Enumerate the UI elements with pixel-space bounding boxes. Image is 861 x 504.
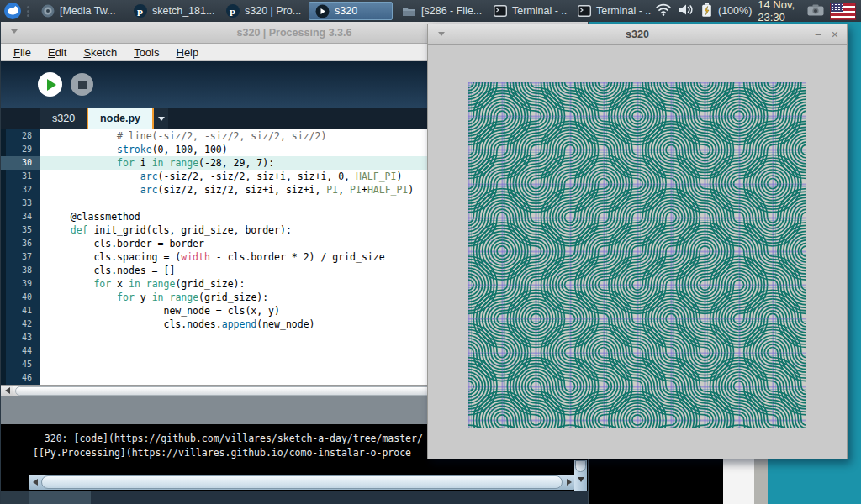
run-button[interactable] bbox=[38, 72, 62, 97]
line-number: 46 bbox=[1, 371, 40, 385]
battery-charging-icon[interactable] bbox=[701, 3, 712, 20]
terminal-icon bbox=[493, 4, 507, 18]
play-icon bbox=[47, 79, 56, 91]
line-number: 32 bbox=[1, 183, 40, 197]
wifi-icon[interactable] bbox=[655, 3, 672, 18]
scroll-left-button[interactable] bbox=[1, 386, 13, 396]
line-number: 40 bbox=[1, 291, 40, 304]
menu-tools[interactable]: Tools bbox=[126, 45, 166, 60]
battery-percentage: (100%) bbox=[718, 5, 752, 17]
line-number: 35 bbox=[1, 223, 40, 237]
arrow-left-icon bbox=[5, 387, 10, 394]
tab-menu-button[interactable] bbox=[154, 108, 168, 129]
background-window-border bbox=[754, 454, 768, 504]
scroll-down-button[interactable] bbox=[574, 472, 587, 487]
task-button-s320-ide[interactable]: p s320 | Pro... bbox=[219, 2, 305, 20]
scroll-left-button[interactable] bbox=[29, 477, 41, 488]
background-window-area bbox=[589, 454, 723, 504]
clock[interactable]: 14 Nov, 23:30 bbox=[758, 0, 801, 24]
task-button-media[interactable]: [Media Tw... bbox=[34, 2, 124, 20]
screen: s320 | Processing 3.3.6 File Edit Sketch… bbox=[0, 0, 861, 504]
play-window-icon bbox=[315, 4, 330, 18]
arrow-right-icon bbox=[567, 479, 572, 486]
line-number: 30 bbox=[1, 156, 40, 170]
panel-grip[interactable] bbox=[25, 6, 31, 17]
minimize-button[interactable]: − bbox=[815, 29, 821, 40]
sketch-output-window: s320 − × bbox=[427, 24, 848, 459]
scroll-right-button[interactable] bbox=[563, 477, 575, 488]
arrow-down-icon bbox=[578, 477, 584, 482]
task-button-file-manager[interactable]: [s286 - File... bbox=[396, 2, 483, 20]
processing-icon: p bbox=[225, 4, 240, 18]
chevron-down-icon bbox=[158, 117, 165, 121]
terminal-icon bbox=[577, 4, 591, 18]
ide-window-title: s320 | Processing 3.3.6 bbox=[237, 27, 352, 39]
sketch-titlebar[interactable]: s320 − × bbox=[428, 24, 847, 45]
processing-icon: p bbox=[133, 4, 147, 18]
console-scrollbar-thumb[interactable] bbox=[41, 475, 563, 489]
keyboard-layout-us-flag[interactable] bbox=[830, 3, 856, 20]
stop-button[interactable] bbox=[71, 73, 93, 96]
window-shade-icon[interactable] bbox=[11, 29, 18, 34]
menu-file[interactable]: File bbox=[6, 45, 39, 60]
line-number: 37 bbox=[1, 250, 40, 264]
tab-s320[interactable]: s320 bbox=[40, 108, 87, 129]
background-window-scrollbar bbox=[723, 454, 754, 504]
line-number: 39 bbox=[1, 277, 40, 291]
folder-icon bbox=[402, 4, 416, 18]
task-button-terminal-2[interactable]: Terminal - ... bbox=[571, 2, 652, 20]
menu-help[interactable]: Help bbox=[168, 45, 206, 60]
menu-edit[interactable]: Edit bbox=[40, 45, 74, 60]
stop-icon bbox=[78, 81, 87, 89]
tab-nodepy[interactable]: node.py bbox=[88, 108, 152, 129]
applications-menu-button[interactable] bbox=[3, 2, 22, 20]
line-number: 41 bbox=[1, 304, 40, 318]
ide-window-bottom-edge bbox=[1, 491, 588, 504]
line-number: 45 bbox=[1, 358, 40, 371]
close-button[interactable]: × bbox=[832, 29, 838, 40]
line-number: 44 bbox=[1, 344, 40, 358]
line-number: 38 bbox=[1, 264, 40, 277]
line-number-gutter: 28293031323334353637383940414243444546 bbox=[1, 129, 40, 385]
media-player-icon bbox=[40, 4, 55, 18]
volume-icon[interactable] bbox=[678, 3, 695, 18]
whisker-menu-icon bbox=[3, 2, 22, 20]
console-horizontal-scrollbar[interactable] bbox=[29, 475, 575, 490]
line-number: 34 bbox=[1, 210, 40, 223]
line-number: 43 bbox=[1, 331, 40, 344]
line-number: 33 bbox=[1, 197, 40, 210]
console-vertical-scrollbar[interactable] bbox=[574, 460, 587, 491]
task-button-s320-sketch[interactable]: s320 bbox=[309, 2, 393, 20]
sketch-canvas bbox=[468, 82, 806, 428]
sketch-window-title: s320 bbox=[626, 29, 649, 40]
task-button-terminal-1[interactable]: Terminal - ... bbox=[487, 2, 568, 20]
taskbar: [Media Tw... p sketch_181... p s320 | Pr… bbox=[0, 0, 861, 22]
line-number: 36 bbox=[1, 237, 40, 250]
task-button-sketch181[interactable]: p sketch_181... bbox=[127, 2, 216, 20]
line-number: 31 bbox=[1, 170, 40, 183]
screenshot-camera-icon[interactable] bbox=[807, 4, 824, 18]
window-shade-icon[interactable] bbox=[438, 32, 445, 36]
line-number: 29 bbox=[1, 143, 40, 156]
menu-sketch[interactable]: Sketch bbox=[76, 45, 124, 60]
line-number: 28 bbox=[1, 129, 40, 143]
console-vscrollbar-thumb[interactable] bbox=[575, 460, 586, 472]
sketch-canvas-holder bbox=[468, 82, 806, 428]
line-number: 42 bbox=[1, 318, 40, 331]
arrow-left-icon bbox=[33, 479, 38, 486]
